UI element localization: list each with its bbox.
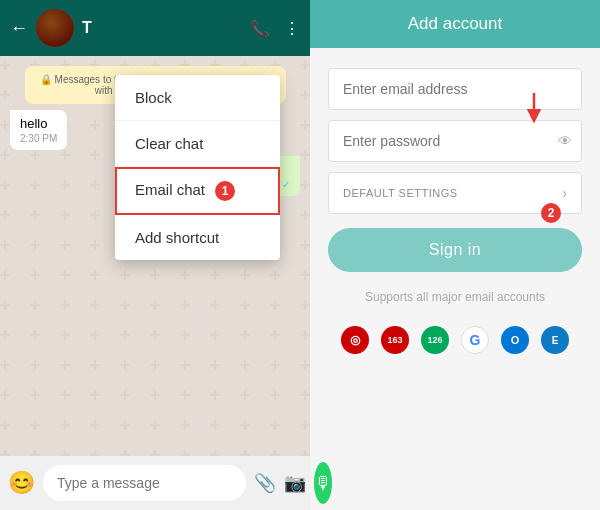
provider-exchange[interactable]: E xyxy=(541,326,569,354)
arrow-annotation xyxy=(504,88,544,124)
avatar xyxy=(36,9,74,47)
password-container: 👁 xyxy=(328,120,582,162)
more-icon[interactable]: ⋮ xyxy=(284,19,300,38)
step1-badge: 1 xyxy=(215,181,235,201)
header-icons: 📞 ⋮ xyxy=(250,19,300,38)
camera-icon[interactable]: 📷 xyxy=(284,472,306,494)
chevron-right-icon: › xyxy=(562,185,567,201)
chat-input-bar: 😊 📎 📷 🎙 xyxy=(0,456,310,510)
settings-label: DEFAULT SETTINGS xyxy=(343,187,458,199)
provider-126[interactable]: 126 xyxy=(421,326,449,354)
account-form: 👁 DEFAULT SETTINGS › 2 Sign in Supports … xyxy=(310,48,600,510)
account-header: Add account xyxy=(310,0,600,48)
chat-panel: ← T 📞 ⋮ 🔒 Messages to this chat and call… xyxy=(0,0,310,510)
context-menu-clear-chat[interactable]: Clear chat xyxy=(115,121,280,167)
eye-icon[interactable]: 👁 xyxy=(558,133,572,149)
mic-button[interactable]: 🎙 xyxy=(314,462,332,504)
sign-in-button[interactable]: Sign in xyxy=(328,228,582,272)
provider-netease[interactable]: ◎ xyxy=(341,326,369,354)
account-panel: Add account 👁 DEFAULT SETTINGS xyxy=(310,0,600,510)
emoji-button[interactable]: 😊 xyxy=(8,470,35,496)
back-button[interactable]: ← xyxy=(10,18,28,39)
chat-header: ← T 📞 ⋮ xyxy=(0,0,310,56)
email-providers: ◎ 163 126 G O E xyxy=(328,326,582,354)
call-icon[interactable]: 📞 xyxy=(250,19,270,38)
context-menu-email-chat[interactable]: Email chat 1 xyxy=(115,167,280,215)
context-menu-add-shortcut[interactable]: Add shortcut xyxy=(115,215,280,260)
attach-icon[interactable]: 📎 xyxy=(254,472,276,494)
provider-163[interactable]: 163 xyxy=(381,326,409,354)
supports-text: Supports all major email accounts xyxy=(328,290,582,304)
context-menu: Block Clear chat Email chat 1 Add shortc… xyxy=(115,75,280,260)
password-input[interactable] xyxy=(328,120,582,162)
provider-google[interactable]: G xyxy=(461,326,489,354)
message-incoming: hello 2:30 PM xyxy=(10,110,67,150)
step2-badge: 2 xyxy=(541,203,561,223)
message-input[interactable] xyxy=(43,465,246,501)
provider-outlook[interactable]: O xyxy=(501,326,529,354)
context-menu-block[interactable]: Block xyxy=(115,75,280,121)
settings-row[interactable]: DEFAULT SETTINGS › 2 xyxy=(328,172,582,214)
account-title: Add account xyxy=(408,14,503,34)
chat-contact-name: T xyxy=(82,19,242,37)
message-time: 2:30 PM xyxy=(20,133,57,144)
password-wrapper: 👁 xyxy=(328,120,582,162)
